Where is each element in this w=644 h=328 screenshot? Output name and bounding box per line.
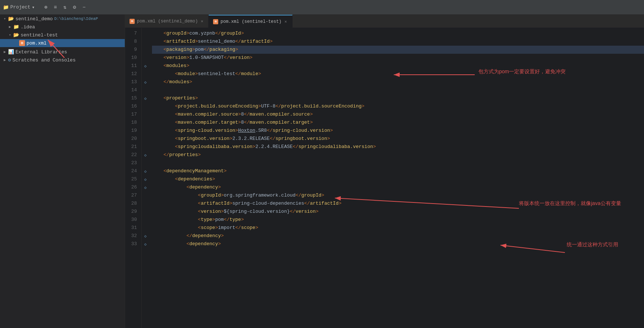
gutter-mark	[142, 224, 149, 232]
folder-icon: 📁	[13, 24, 19, 30]
tab-pom-sentinel-demo[interactable]: m pom.xml (sentinel_demo) ✕	[125, 15, 209, 28]
folder-icon: 📂	[8, 16, 14, 22]
code-line: <module>sentinel-test</module>	[152, 70, 644, 78]
line-number: 16	[128, 102, 137, 110]
code-line: <maven.compiler.target>8</maven.compiler…	[152, 119, 644, 127]
gear-icon[interactable]: ⚙	[71, 4, 78, 11]
gutter-mark: ◇	[142, 175, 149, 183]
gutter-mark	[142, 46, 149, 54]
line-number: 10	[128, 54, 137, 62]
line-number: 22	[128, 151, 137, 159]
line-number: 21	[128, 143, 137, 151]
gutter-mark	[142, 143, 149, 151]
gutter-mark: ◇	[142, 62, 149, 70]
project-selector[interactable]: 📁 Project ▾	[3, 4, 35, 10]
tab-label: pom.xml (sentinel_demo)	[137, 19, 198, 24]
sidebar-item-label: .idea	[21, 24, 35, 30]
gutter-mark	[142, 159, 149, 167]
titlebar-toolbar: ⊕ ≡ ⇅ ⚙ −	[42, 4, 88, 11]
gutter-mark	[142, 86, 149, 94]
sidebar-item-label: sentinel_demo	[15, 16, 53, 22]
line-number: 23	[128, 159, 137, 167]
sidebar-item-scratches[interactable]: ▶ ⚙ Scratches and Consoles	[0, 56, 125, 64]
gutter-mark: ◇	[142, 78, 149, 86]
expand-arrow: ▾	[2, 16, 7, 21]
code-container[interactable]: 7891011121314151617181920212223242526272…	[125, 28, 644, 328]
project-label: Project	[10, 4, 31, 10]
main-layout: ▾ 📂 sentinel_demo D:\biancheng\IdeaP ▶ 📁…	[0, 15, 644, 328]
list-icon[interactable]: ≡	[52, 4, 59, 11]
line-number: 13	[128, 78, 137, 86]
code-lines: <groupId>com.yzpnb</groupId> <artifactId…	[149, 28, 644, 328]
line-number: 17	[128, 110, 137, 119]
line-number: 26	[128, 183, 137, 191]
gutter-mark	[142, 135, 149, 143]
gutter-mark	[142, 127, 149, 135]
maven-icon: m	[19, 40, 25, 46]
gutter-mark: ◇	[142, 183, 149, 191]
sidebar: ▾ 📂 sentinel_demo D:\biancheng\IdeaP ▶ 📁…	[0, 15, 125, 328]
gutter-mark	[142, 208, 149, 216]
gutter-mark	[142, 38, 149, 46]
gutter-mark: ◇	[142, 151, 149, 159]
line-number: 7	[128, 29, 137, 38]
code-line: <groupId>com.yzpnb</groupId>	[152, 29, 644, 38]
line-number: 30	[128, 216, 137, 224]
line-number: 15	[128, 94, 137, 102]
sidebar-item-label: pom.xml	[26, 40, 47, 46]
gutter-mark	[142, 216, 149, 224]
sidebar-item-external-libraries[interactable]: ▶ 📊 External Libraries	[0, 48, 125, 56]
tab-maven-icon: m	[130, 19, 135, 24]
gutter-mark	[142, 200, 149, 208]
sidebar-item-sentinel-test[interactable]: ▾ 📂 sentinel-test	[0, 31, 125, 39]
code-line: <scope>import</scope>	[152, 224, 644, 232]
line-number: 27	[128, 191, 137, 200]
gutter-mark	[142, 110, 149, 119]
gutter-mark: ◇	[142, 232, 149, 240]
line-numbers: 7891011121314151617181920212223242526272…	[125, 28, 142, 328]
code-line: <springboot.version>2.3.2.RELEASE</sprin…	[152, 135, 644, 143]
line-number: 32	[128, 232, 137, 240]
gutter-mark	[142, 102, 149, 110]
line-number: 25	[128, 175, 137, 183]
line-number: 29	[128, 208, 137, 216]
line-number: 19	[128, 127, 137, 135]
gutter-mark: ◇	[142, 94, 149, 102]
line-number: 24	[128, 167, 137, 175]
code-line: <spring-cloud.version>Hoxton.SR8</spring…	[152, 127, 644, 135]
code-line: <dependencies>	[152, 175, 644, 183]
editor-wrapper: 7891011121314151617181920212223242526272…	[125, 28, 644, 328]
line-number: 11	[128, 62, 137, 70]
code-line: <modules>	[152, 62, 644, 70]
sidebar-item-idea[interactable]: ▶ 📁 .idea	[0, 23, 125, 31]
scratches-icon: ⚙	[8, 57, 11, 63]
sort-icon[interactable]: ⇅	[61, 4, 68, 11]
code-line: </dependency>	[152, 232, 644, 240]
line-number: 28	[128, 200, 137, 208]
expand-arrow: ▶	[7, 24, 13, 29]
tab-pom-sentinel-test[interactable]: m pom.xml (sentinel-test) ✕	[209, 15, 292, 28]
gutter-mark: ◇	[142, 240, 149, 248]
expand-arrow: ▶	[2, 49, 7, 54]
gutter-mark	[142, 70, 149, 78]
code-line: <dependency>	[152, 183, 644, 191]
minus-icon[interactable]: −	[80, 4, 88, 11]
gutter-mark	[142, 119, 149, 127]
sidebar-item-sentinel-demo[interactable]: ▾ 📂 sentinel_demo D:\biancheng\IdeaP	[0, 15, 125, 23]
gutter-mark	[142, 29, 149, 38]
code-line: </properties>	[152, 151, 644, 159]
code-line: <dependency>	[152, 240, 644, 248]
line-number: 14	[128, 86, 137, 94]
expand-arrow: ▾	[7, 32, 13, 38]
code-line: <version>${spring-cloud.version}</versio…	[152, 208, 644, 216]
gutter-mark	[142, 54, 149, 62]
globe-icon[interactable]: ⊕	[42, 4, 49, 11]
tab-close-button[interactable]: ✕	[200, 18, 204, 24]
tab-close-button[interactable]: ✕	[284, 19, 288, 24]
line-number: 20	[128, 135, 137, 143]
code-line: <artifactId>spring-cloud-dependencies</a…	[152, 200, 644, 208]
editor-area: m pom.xml (sentinel_demo) ✕ m pom.xml (s…	[125, 15, 644, 328]
sidebar-item-label: External Libraries	[15, 49, 67, 55]
sidebar-item-pom-xml[interactable]: ▶ m pom.xml	[0, 39, 125, 47]
code-line: <project.build.sourceEncoding>UTF-8</pro…	[152, 102, 644, 110]
